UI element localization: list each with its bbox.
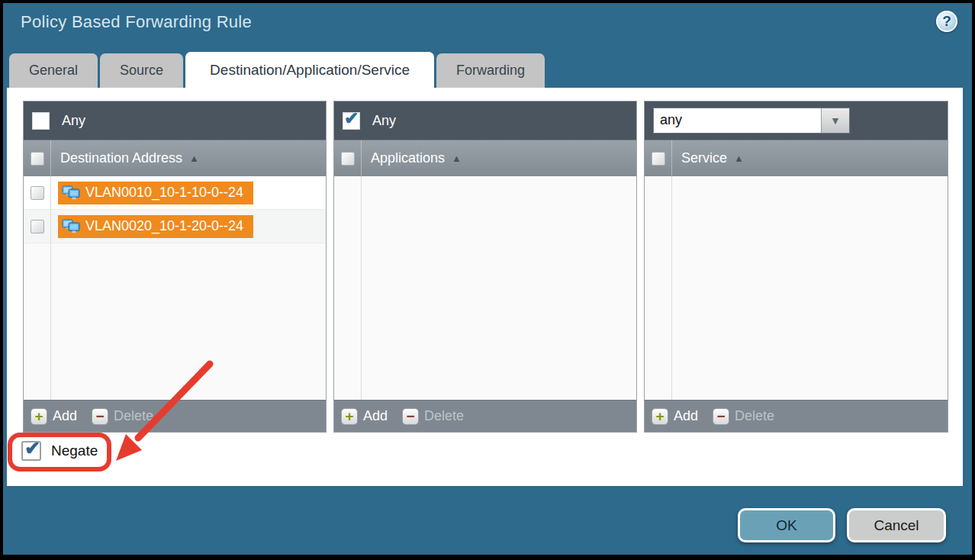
address-object-label: VLAN0020_10-1-20-0--24 (85, 218, 243, 234)
chevron-down-icon[interactable]: ▼ (821, 108, 849, 133)
service-any-bar: any ▼ (645, 101, 948, 140)
add-icon[interactable]: + (31, 408, 47, 425)
sort-ascending-icon: ▲ (734, 153, 744, 164)
tab-content: Any Destination Address ▲ (7, 88, 963, 486)
delete-icon[interactable]: − (713, 408, 729, 425)
applications-list (334, 176, 636, 400)
applications-any-bar: ✔ Any (334, 101, 636, 140)
destination-any-checkbox[interactable] (32, 112, 50, 130)
dialog-window: Policy Based Forwarding Rule ? General S… (0, 0, 975, 560)
tab-destination-application-service[interactable]: Destination/Application/Service (185, 52, 434, 88)
delete-icon[interactable]: − (402, 408, 419, 425)
cancel-button[interactable]: Cancel (847, 508, 946, 542)
applications-header-row: Applications ▲ (334, 140, 636, 176)
service-list (645, 176, 948, 400)
table-row[interactable]: VLAN0020_10-1-20-0--24 (24, 210, 326, 243)
sort-ascending-icon: ▲ (452, 153, 462, 164)
delete-button[interactable]: Delete (114, 408, 153, 424)
destination-address-column: Any Destination Address ▲ (23, 101, 327, 433)
destination-address-header-label: Destination Address (60, 150, 182, 166)
destination-select-all-checkbox[interactable] (31, 152, 44, 166)
service-footer-bar: + Add − Delete (645, 400, 948, 432)
help-icon[interactable]: ? (936, 11, 957, 32)
applications-any-checkbox[interactable]: ✔ (343, 112, 360, 130)
check-icon: ✔ (24, 437, 40, 459)
check-icon: ✔ (344, 108, 359, 129)
applications-footer-bar: + Add − Delete (334, 400, 636, 432)
table-row[interactable]: VLAN0010_10-1-10-0--24 (24, 176, 326, 210)
negate-label: Negate (51, 443, 98, 459)
list-column-divider (361, 176, 362, 400)
applications-sort-header[interactable]: Applications ▲ (362, 140, 462, 176)
applications-select-all-checkbox[interactable] (341, 152, 355, 166)
service-column: any ▼ Service ▲ + Add − Delete (644, 101, 948, 433)
tab-general[interactable]: General (9, 53, 98, 88)
address-object-chip[interactable]: VLAN0020_10-1-20-0--24 (58, 215, 253, 238)
address-object-label: VLAN0010_10-1-10-0--24 (85, 185, 243, 201)
add-icon[interactable]: + (341, 408, 358, 425)
destination-address-header-row: Destination Address ▲ (24, 140, 326, 176)
add-button[interactable]: Add (674, 408, 698, 424)
service-dropdown[interactable]: any ▼ (653, 108, 850, 134)
tab-bar: General Source Destination/Application/S… (9, 52, 545, 88)
network-icon (62, 219, 80, 233)
add-button[interactable]: Add (363, 408, 388, 424)
negate-checkbox[interactable]: ✔ (21, 441, 41, 461)
applications-column: ✔ Any Applications ▲ + Add − Delete (333, 101, 637, 433)
destination-footer-bar: + Add − Delete (24, 400, 326, 432)
sort-ascending-icon: ▲ (189, 153, 199, 164)
service-header-label: Service (681, 150, 727, 166)
destination-any-bar: Any (24, 101, 326, 140)
service-dropdown-value: any (654, 108, 821, 133)
delete-icon[interactable]: − (92, 408, 108, 425)
delete-button[interactable]: Delete (424, 408, 464, 424)
service-sort-header[interactable]: Service ▲ (672, 140, 744, 176)
tab-forwarding[interactable]: Forwarding (436, 53, 545, 88)
ok-button[interactable]: OK (738, 508, 835, 542)
list-column-divider (50, 176, 51, 400)
destination-any-label: Any (62, 113, 85, 129)
destination-address-list: VLAN0010_10-1-10-0--24 (24, 176, 326, 400)
negate-row: ✔ Negate (21, 441, 98, 461)
row-checkbox[interactable] (31, 220, 44, 233)
tab-source[interactable]: Source (100, 53, 183, 88)
dialog-title: Policy Based Forwarding Rule (21, 12, 252, 32)
delete-button[interactable]: Delete (735, 408, 774, 424)
network-icon (62, 185, 80, 200)
row-checkbox[interactable] (31, 186, 44, 200)
list-column-divider (671, 176, 672, 400)
service-select-all-checkbox[interactable] (652, 152, 665, 166)
add-button[interactable]: Add (53, 408, 77, 424)
add-icon[interactable]: + (652, 408, 668, 425)
applications-any-label: Any (372, 113, 396, 129)
address-object-chip[interactable]: VLAN0010_10-1-10-0--24 (58, 182, 253, 204)
applications-header-label: Applications (371, 150, 445, 166)
destination-address-sort-header[interactable]: Destination Address ▲ (51, 140, 199, 176)
service-header-row: Service ▲ (645, 140, 948, 176)
